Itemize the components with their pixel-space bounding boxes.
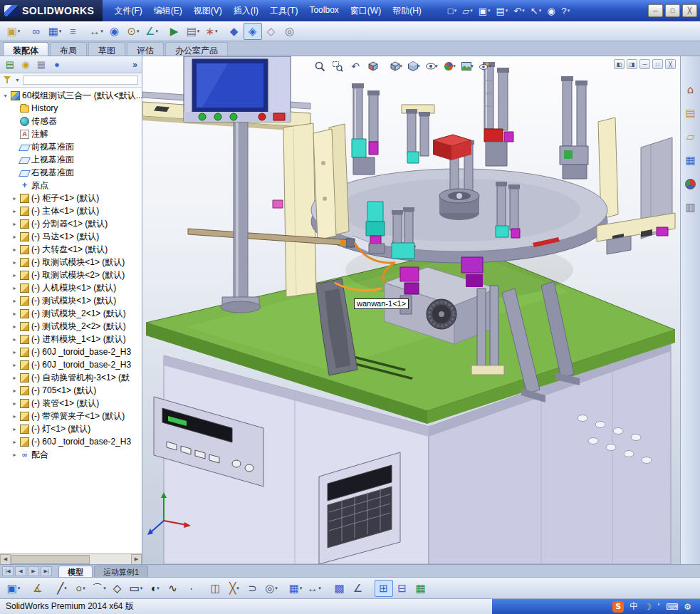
minimize-button[interactable]: ─ xyxy=(648,4,663,17)
tree-item[interactable]: ▸ (-) 分割器<1> (默认) xyxy=(0,217,142,230)
tree-item[interactable]: ▸ (-) 705<1> (默认) xyxy=(0,384,142,397)
new-motion-study-icon[interactable]: ▶ xyxy=(165,23,184,40)
tree-item[interactable]: ▸ (-) 60J _toroid_base-2_H3 xyxy=(0,345,142,358)
tree-item[interactable]: ▸ (-) 自动换管机构-3<1> (默 xyxy=(0,371,142,384)
displaymanager-icon[interactable]: ● xyxy=(50,58,64,72)
view-palette-icon[interactable]: ▦ xyxy=(683,152,699,168)
expand-arrow-icon[interactable]: ▾ xyxy=(2,93,9,99)
tree-item[interactable]: 上视基准面 xyxy=(0,153,142,166)
apply-scene-icon[interactable]: ▾ xyxy=(459,58,476,74)
doc-minimize-icon[interactable]: ─ xyxy=(639,59,650,69)
appearances-icon[interactable] xyxy=(683,176,699,192)
tab-layout[interactable]: 布局 xyxy=(50,42,87,56)
insert-components-icon[interactable]: ▣▾ xyxy=(4,23,23,40)
convert-entities-icon[interactable]: ⊃ xyxy=(244,580,262,597)
mirror-entities-icon[interactable]: ◫ xyxy=(207,580,225,597)
edit-appearance-icon[interactable]: ▾ xyxy=(441,58,458,74)
graphics-area[interactable]: ↶ ▾ ▾ ▾ ▾ ▾ xyxy=(142,56,680,564)
tree-item[interactable]: ▸ (-) 测试模块<1> (默认) xyxy=(0,294,142,307)
circle-icon[interactable]: ○▾ xyxy=(71,580,90,597)
tree-item[interactable]: ▸ (-) 取测试模块<1> (默认) xyxy=(0,256,142,269)
tree-item[interactable]: ▸ (-) 测试模块_2<1> (默认) xyxy=(0,307,142,320)
tab-sketch[interactable]: 草图 xyxy=(88,42,125,56)
bill-of-materials-icon[interactable]: ▤▾ xyxy=(184,23,202,40)
tree-item[interactable]: 前视基准面 xyxy=(0,140,142,153)
tab-assembly[interactable]: 装配体 xyxy=(3,42,48,56)
pane-left-icon[interactable]: ◧ xyxy=(614,59,625,69)
tree-item[interactable]: ▸ (-) 进料模块_1<1> (默认) xyxy=(0,333,142,345)
tree-item[interactable]: ▸ (-) 60J _toroid_base-2_H3 xyxy=(0,435,142,448)
point-icon[interactable]: ∙ xyxy=(182,580,201,597)
scrollbar-thumb[interactable] xyxy=(11,555,90,564)
tree-item[interactable]: ▸ (-) 测试模块_2<2> (默认) xyxy=(0,320,142,333)
drawing-views-icon[interactable]: ⊞ xyxy=(375,580,393,597)
menu-item[interactable]: 编辑(E) xyxy=(148,2,188,20)
scroll-left-icon[interactable]: ◀ xyxy=(0,554,11,565)
zoom-area-icon[interactable] xyxy=(329,58,346,74)
sogou-input-icon[interactable]: S xyxy=(612,601,624,613)
tree-item[interactable]: ▸ (-) 柜子<1> (默认) xyxy=(0,192,142,204)
design-library-icon[interactable]: ▤ xyxy=(683,105,699,121)
scroll-right-icon[interactable]: ▶ xyxy=(131,554,142,565)
linear-sketch-pattern-icon[interactable]: ▦▾ xyxy=(286,580,305,597)
exploded-view-icon[interactable]: ∗▾ xyxy=(202,23,221,40)
menu-item[interactable]: 窗口(W) xyxy=(345,2,387,20)
previous-view-icon[interactable]: ↶ xyxy=(347,58,364,74)
linear-component-pattern-icon[interactable]: ▦▾ xyxy=(46,23,64,40)
menu-item[interactable]: 帮助(H) xyxy=(387,2,427,20)
offset-entities-icon[interactable]: ◎▾ xyxy=(262,580,281,597)
view-orientation-icon[interactable]: ▾ xyxy=(387,58,404,74)
tree-item[interactable]: ▸ (-) 带弹簧夹子<1> (默认) xyxy=(0,410,142,422)
open-file-icon[interactable]: ▱▾ xyxy=(460,3,475,19)
move-component-icon[interactable]: ↔▾ xyxy=(87,23,105,40)
select-cursor-icon[interactable]: ↖▾ xyxy=(528,3,543,19)
menu-item[interactable]: 插入(I) xyxy=(228,2,264,20)
smart-fasteners-icon[interactable]: ≡ xyxy=(64,23,83,40)
tab-scroll-start-button[interactable]: |◀ xyxy=(2,566,14,576)
ime-soft-keyboard-icon[interactable]: ⌨ xyxy=(666,602,678,612)
featuremanager-tree-icon[interactable]: ▤ xyxy=(3,58,17,72)
maximize-button[interactable]: □ xyxy=(665,4,680,17)
tree-item[interactable]: ▸ (-) 大转盘<1> (默认) xyxy=(0,243,142,256)
ime-punctuation-icon[interactable]: ’ xyxy=(657,602,660,612)
arc-icon[interactable]: ⌒▾ xyxy=(90,580,108,597)
print-icon[interactable]: ▤▾ xyxy=(494,3,511,19)
tab-model[interactable]: 模型 xyxy=(58,566,93,577)
tree-item[interactable]: ▸ (-) 灯<1> (默认) xyxy=(0,422,142,435)
display-grid-icon[interactable]: ▩ xyxy=(330,580,349,597)
tab-scroll-prev-button[interactable]: ◀ xyxy=(15,566,26,576)
trim-entities-icon[interactable]: ╳▾ xyxy=(225,580,244,597)
zoom-fit-icon[interactable] xyxy=(311,58,328,74)
tree-horizontal-scrollbar[interactable]: ◀ ▶ xyxy=(0,553,142,564)
tree-item[interactable]: 右视基准面 xyxy=(0,166,142,179)
help-icon[interactable]: ?▾ xyxy=(560,3,573,19)
tab-office-products[interactable]: 办公室产品 xyxy=(165,42,228,56)
file-explorer-icon[interactable]: ▱ xyxy=(683,129,699,145)
configurationmanager-icon[interactable]: ▦ xyxy=(34,58,48,72)
instant3d-icon[interactable]: ◆ xyxy=(225,23,244,40)
tree-item[interactable]: ▸ (-) 人机模块<1> (默认) xyxy=(0,281,142,294)
pane-right-icon[interactable]: ◨ xyxy=(627,59,637,69)
view-settings-icon[interactable]: ▾ xyxy=(476,58,493,74)
isolate-icon[interactable]: ◈ xyxy=(244,23,262,40)
ime-toolbox-icon[interactable]: ⚙ xyxy=(684,602,691,612)
doc-restore-icon[interactable]: □ xyxy=(652,59,663,69)
tab-scroll-end-button[interactable]: ▶| xyxy=(41,566,52,576)
mate-icon[interactable]: ∞ xyxy=(27,23,46,40)
tree-item[interactable]: ▸ (-) 主体<1> (默认) xyxy=(0,204,142,217)
section-view-icon[interactable] xyxy=(365,58,382,74)
doc-close-icon[interactable]: ╳ xyxy=(665,59,676,69)
ime-chinese-mode-icon[interactable]: 中 xyxy=(630,600,638,613)
tree-item[interactable]: 注解 xyxy=(0,128,142,140)
tab-scroll-next-button[interactable]: ▶ xyxy=(28,566,39,576)
menu-item[interactable]: Toolbox xyxy=(303,2,344,20)
tree-item[interactable]: 传感器 xyxy=(0,115,142,128)
filter-caret-icon[interactable]: ▼ xyxy=(15,78,20,83)
tree-item[interactable]: 原点 xyxy=(0,179,142,192)
polygon-icon[interactable]: ◇ xyxy=(108,580,127,597)
custom-properties-icon[interactable]: ▥ xyxy=(683,199,699,215)
menu-item[interactable]: 文件(F) xyxy=(108,2,147,20)
ime-fullwidth-icon[interactable]: ☽ xyxy=(644,602,652,612)
spline-icon[interactable]: ∿ xyxy=(164,580,182,597)
line-icon[interactable]: ╱▾ xyxy=(53,580,71,597)
